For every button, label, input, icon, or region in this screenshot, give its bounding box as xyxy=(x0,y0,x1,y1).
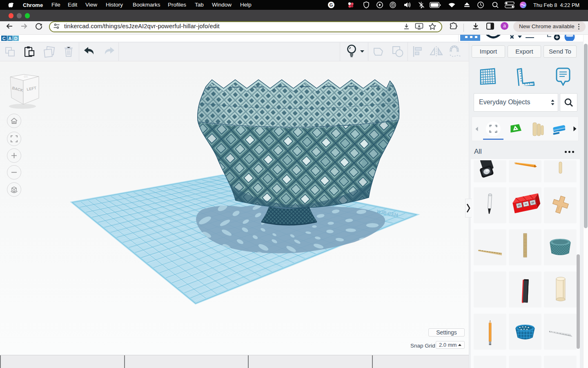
svg-text:G: G xyxy=(330,2,333,7)
svg-text:TO: TO xyxy=(24,75,28,78)
